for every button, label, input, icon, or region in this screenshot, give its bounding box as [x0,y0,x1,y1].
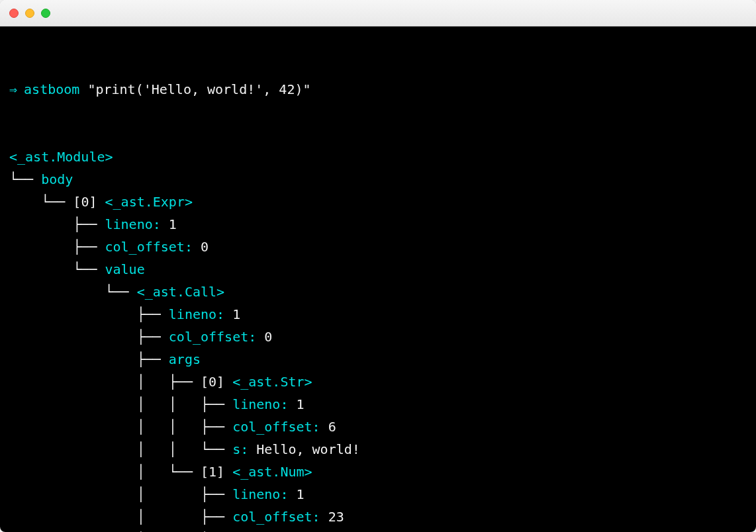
tree-output: <_ast.Module>└── body └── [0] <_ast.Expr… [9,146,747,532]
command-line: ⇒ astboom "print('Hello, world!', 42)" [9,78,747,101]
tree-line: │ │ ├── lineno: 1 [9,393,747,416]
tree-line: └── value [9,258,747,281]
minimize-icon[interactable] [25,9,34,18]
tree-line: └── [0] <_ast.Expr> [9,191,747,213]
tree-line: ├── col_offset: 0 [9,326,747,348]
tree-line: │ ├── lineno: 1 [9,483,747,506]
tree-line: │ └── n: 42 [9,528,747,532]
prompt-icon: ⇒ [9,78,17,101]
tree-line: ├── args [9,348,747,371]
tree-line: <_ast.Module> [9,146,747,168]
tree-line: ├── lineno: 1 [9,213,747,236]
command-text: astboom "print('Hello, world!', 42)" [24,78,311,101]
tree-line: │ ├── col_offset: 23 [9,506,747,528]
tree-line: │ │ └── s: Hello, world! [9,438,747,461]
terminal-content[interactable]: ⇒ astboom "print('Hello, world!', 42)" <… [0,26,756,532]
maximize-icon[interactable] [41,9,50,18]
tree-line: ├── lineno: 1 [9,303,747,326]
close-icon[interactable] [9,9,19,18]
terminal-window: ⇒ astboom "print('Hello, world!', 42)" <… [0,0,756,532]
tree-line: │ │ ├── col_offset: 6 [9,416,747,438]
tree-line: │ └── [1] <_ast.Num> [9,461,747,483]
tree-line: └── body [9,168,747,191]
window-titlebar [0,0,756,26]
tree-line: │ ├── [0] <_ast.Str> [9,371,747,393]
tree-line: ├── col_offset: 0 [9,236,747,258]
tree-line: └── <_ast.Call> [9,281,747,303]
